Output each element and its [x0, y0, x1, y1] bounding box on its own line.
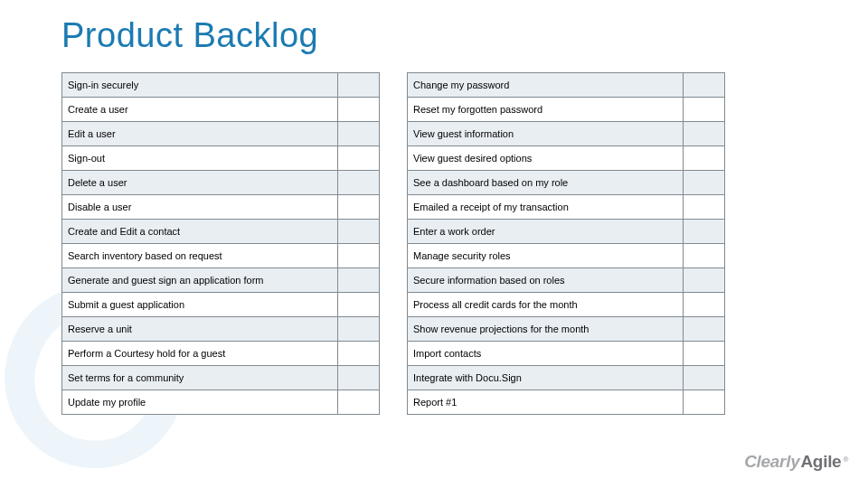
table-row: Manage security roles — [408, 244, 725, 268]
backlog-table-right: Change my passwordReset my forgotten pas… — [407, 72, 725, 415]
table-row: Update my profile — [62, 390, 380, 415]
backlog-spacer-cell — [684, 220, 725, 244]
table-row: Disable a user — [62, 195, 380, 220]
backlog-item: See a dashboard based on my role — [408, 171, 684, 195]
backlog-item: Update my profile — [62, 390, 338, 415]
backlog-item: View guest desired options — [408, 146, 684, 171]
backlog-item: Change my password — [408, 73, 684, 98]
table-row: Process all credit cards for the month — [408, 293, 725, 317]
backlog-item: Report #1 — [408, 390, 684, 415]
backlog-item: Create and Edit a contact — [62, 220, 338, 244]
table-row: Enter a work order — [408, 220, 725, 244]
backlog-spacer-cell — [338, 98, 380, 122]
backlog-spacer-cell — [684, 98, 725, 122]
backlog-item: Sign-in securely — [62, 73, 338, 98]
backlog-spacer-cell — [338, 317, 380, 342]
backlog-spacer-cell — [338, 366, 380, 390]
backlog-item: Integrate with Docu.Sign — [408, 366, 684, 390]
backlog-spacer-cell — [684, 122, 725, 146]
backlog-item: Reset my forgotten password — [408, 98, 684, 122]
backlog-spacer-cell — [338, 73, 380, 98]
table-row: Set terms for a community — [62, 366, 380, 390]
backlog-item: Submit a guest application — [62, 293, 338, 317]
backlog-spacer-cell — [338, 293, 380, 317]
backlog-spacer-cell — [338, 171, 380, 195]
backlog-spacer-cell — [338, 342, 380, 366]
table-row: Sign-out — [62, 146, 380, 171]
logo-part2: Agile — [800, 452, 841, 472]
table-row: Sign-in securely — [62, 73, 380, 98]
backlog-item: Reserve a unit — [62, 317, 338, 342]
backlog-table-left: Sign-in securelyCreate a userEdit a user… — [61, 72, 380, 415]
backlog-item: Emailed a receipt of my transaction — [408, 195, 684, 220]
backlog-item: Delete a user — [62, 171, 338, 195]
backlog-spacer-cell — [684, 293, 725, 317]
backlog-item: Search inventory based on request — [62, 244, 338, 268]
table-row: Create a user — [62, 98, 380, 122]
table-row: Submit a guest application — [62, 293, 380, 317]
backlog-item: Edit a user — [62, 122, 338, 146]
table-row: Search inventory based on request — [62, 244, 380, 268]
table-row: Reserve a unit — [62, 317, 380, 342]
backlog-item: Show revenue projections for the month — [408, 317, 684, 342]
table-row: Emailed a receipt of my transaction — [408, 195, 725, 220]
backlog-spacer-cell — [684, 268, 725, 293]
page-title: Product Backlog — [61, 16, 318, 55]
backlog-spacer-cell — [338, 195, 380, 220]
table-row: Show revenue projections for the month — [408, 317, 725, 342]
table-row: Import contacts — [408, 342, 725, 366]
table-row: Reset my forgotten password — [408, 98, 725, 122]
table-row: Change my password — [408, 73, 725, 98]
backlog-spacer-cell — [684, 195, 725, 220]
backlog-item: View guest information — [408, 122, 684, 146]
backlog-item: Create a user — [62, 98, 338, 122]
backlog-item: Secure information based on roles — [408, 268, 684, 293]
table-row: Integrate with Docu.Sign — [408, 366, 725, 390]
backlog-item: Sign-out — [62, 146, 338, 171]
table-row: Create and Edit a contact — [62, 220, 380, 244]
table-row: See a dashboard based on my role — [408, 171, 725, 195]
backlog-spacer-cell — [684, 244, 725, 268]
backlog-spacer-cell — [684, 146, 725, 171]
table-row: Delete a user — [62, 171, 380, 195]
backlog-spacer-cell — [338, 244, 380, 268]
clearlyagile-logo: ClearlyAgile® — [744, 452, 848, 472]
slide: Product Backlog Sign-in securelyCreate a… — [0, 0, 868, 488]
backlog-spacer-cell — [338, 390, 380, 415]
backlog-spacer-cell — [338, 268, 380, 293]
table-row: Edit a user — [62, 122, 380, 146]
table-row: Generate and guest sign an application f… — [62, 268, 380, 293]
backlog-spacer-cell — [684, 342, 725, 366]
table-row: Perform a Courtesy hold for a guest — [62, 342, 380, 366]
backlog-item: Generate and guest sign an application f… — [62, 268, 338, 293]
backlog-spacer-cell — [684, 171, 725, 195]
backlog-item: Import contacts — [408, 342, 684, 366]
table-row: Report #1 — [408, 390, 725, 415]
backlog-item: Disable a user — [62, 195, 338, 220]
table-row: View guest desired options — [408, 146, 725, 171]
logo-registered: ® — [843, 455, 848, 464]
backlog-item: Perform a Courtesy hold for a guest — [62, 342, 338, 366]
backlog-item: Process all credit cards for the month — [408, 293, 684, 317]
backlog-spacer-cell — [338, 122, 380, 146]
backlog-item: Enter a work order — [408, 220, 684, 244]
table-row: View guest information — [408, 122, 725, 146]
logo-part1: Clearly — [744, 452, 799, 472]
backlog-spacer-cell — [684, 317, 725, 342]
table-row: Secure information based on roles — [408, 268, 725, 293]
backlog-spacer-cell — [338, 220, 380, 244]
backlog-item: Manage security roles — [408, 244, 684, 268]
backlog-spacer-cell — [684, 390, 725, 415]
backlog-item: Set terms for a community — [62, 366, 338, 390]
backlog-spacer-cell — [684, 366, 725, 390]
backlog-spacer-cell — [684, 73, 725, 98]
backlog-tables: Sign-in securelyCreate a userEdit a user… — [61, 72, 725, 415]
backlog-spacer-cell — [338, 146, 380, 171]
